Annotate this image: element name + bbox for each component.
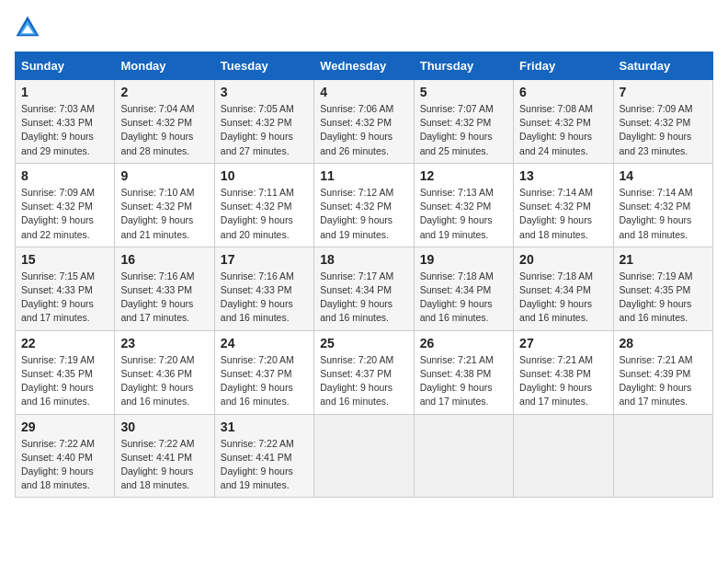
header-row: SundayMondayTuesdayWednesdayThursdayFrid… [16, 52, 713, 80]
day-info: Sunrise: 7:16 AM Sunset: 4:33 PM Dayligh… [221, 270, 308, 326]
calendar-cell: 3Sunrise: 7:05 AM Sunset: 4:32 PM Daylig… [214, 80, 313, 164]
day-number: 29 [21, 419, 108, 434]
calendar-cell: 10Sunrise: 7:11 AM Sunset: 4:32 PM Dayli… [214, 163, 313, 247]
day-number: 5 [420, 85, 507, 99]
day-number: 26 [420, 336, 507, 350]
day-number: 17 [221, 252, 308, 267]
day-info: Sunrise: 7:13 AM Sunset: 4:32 PM Dayligh… [420, 186, 507, 242]
calendar-cell: 16Sunrise: 7:16 AM Sunset: 4:33 PM Dayli… [115, 247, 214, 330]
day-number: 31 [221, 419, 308, 434]
week-row: 22Sunrise: 7:19 AM Sunset: 4:35 PM Dayli… [16, 330, 713, 414]
day-info: Sunrise: 7:14 AM Sunset: 4:32 PM Dayligh… [519, 186, 607, 242]
calendar-cell: 9Sunrise: 7:10 AM Sunset: 4:32 PM Daylig… [115, 163, 214, 247]
day-info: Sunrise: 7:06 AM Sunset: 4:32 PM Dayligh… [320, 102, 407, 158]
day-number: 4 [320, 85, 407, 99]
day-info: Sunrise: 7:04 AM Sunset: 4:32 PM Dayligh… [120, 102, 208, 158]
logo [15, 15, 44, 40]
calendar-cell: 22Sunrise: 7:19 AM Sunset: 4:35 PM Dayli… [16, 330, 115, 414]
day-number: 15 [21, 252, 108, 267]
day-number: 1 [21, 85, 108, 99]
week-row: 15Sunrise: 7:15 AM Sunset: 4:33 PM Dayli… [16, 247, 713, 330]
day-info: Sunrise: 7:20 AM Sunset: 4:37 PM Dayligh… [221, 353, 308, 409]
calendar-cell: 21Sunrise: 7:19 AM Sunset: 4:35 PM Dayli… [613, 247, 712, 330]
calendar-cell: 1Sunrise: 7:03 AM Sunset: 4:33 PM Daylig… [16, 80, 115, 164]
day-number: 9 [120, 168, 208, 183]
col-header-saturday: Saturday [613, 52, 712, 80]
day-info: Sunrise: 7:19 AM Sunset: 4:35 PM Dayligh… [21, 353, 108, 409]
logo-icon [15, 15, 40, 40]
calendar-cell: 18Sunrise: 7:17 AM Sunset: 4:34 PM Dayli… [314, 247, 414, 330]
day-info: Sunrise: 7:21 AM Sunset: 4:38 PM Dayligh… [519, 353, 607, 409]
day-info: Sunrise: 7:14 AM Sunset: 4:32 PM Dayligh… [620, 186, 707, 242]
calendar-cell: 13Sunrise: 7:14 AM Sunset: 4:32 PM Dayli… [514, 163, 613, 247]
calendar-cell: 15Sunrise: 7:15 AM Sunset: 4:33 PM Dayli… [16, 247, 115, 330]
day-info: Sunrise: 7:12 AM Sunset: 4:32 PM Dayligh… [320, 186, 407, 242]
day-number: 10 [221, 168, 308, 183]
day-info: Sunrise: 7:10 AM Sunset: 4:32 PM Dayligh… [120, 186, 208, 242]
day-info: Sunrise: 7:09 AM Sunset: 4:32 PM Dayligh… [21, 186, 108, 242]
col-header-monday: Monday [115, 52, 214, 80]
week-row: 8Sunrise: 7:09 AM Sunset: 4:32 PM Daylig… [16, 163, 713, 247]
calendar-cell: 26Sunrise: 7:21 AM Sunset: 4:38 PM Dayli… [414, 330, 513, 414]
col-header-friday: Friday [514, 52, 613, 80]
day-number: 25 [320, 336, 407, 350]
day-number: 2 [120, 85, 208, 99]
calendar-cell: 30Sunrise: 7:22 AM Sunset: 4:41 PM Dayli… [115, 414, 214, 498]
day-info: Sunrise: 7:07 AM Sunset: 4:32 PM Dayligh… [420, 102, 507, 158]
day-info: Sunrise: 7:22 AM Sunset: 4:40 PM Dayligh… [21, 437, 108, 493]
day-info: Sunrise: 7:21 AM Sunset: 4:39 PM Dayligh… [620, 353, 707, 409]
day-info: Sunrise: 7:22 AM Sunset: 4:41 PM Dayligh… [221, 437, 308, 493]
calendar-cell: 14Sunrise: 7:14 AM Sunset: 4:32 PM Dayli… [613, 163, 712, 247]
header [15, 15, 713, 40]
day-number: 30 [120, 419, 208, 434]
day-number: 24 [221, 336, 308, 350]
day-info: Sunrise: 7:03 AM Sunset: 4:33 PM Dayligh… [21, 102, 108, 158]
day-info: Sunrise: 7:19 AM Sunset: 4:35 PM Dayligh… [620, 270, 707, 326]
day-number: 16 [120, 252, 208, 267]
day-number: 14 [620, 168, 707, 183]
day-number: 12 [420, 168, 507, 183]
day-number: 27 [519, 336, 607, 350]
calendar-cell: 17Sunrise: 7:16 AM Sunset: 4:33 PM Dayli… [214, 247, 313, 330]
day-info: Sunrise: 7:08 AM Sunset: 4:32 PM Dayligh… [519, 102, 607, 158]
day-info: Sunrise: 7:22 AM Sunset: 4:41 PM Dayligh… [120, 437, 208, 493]
calendar-cell: 23Sunrise: 7:20 AM Sunset: 4:36 PM Dayli… [115, 330, 214, 414]
calendar-cell: 31Sunrise: 7:22 AM Sunset: 4:41 PM Dayli… [214, 414, 313, 498]
day-number: 19 [420, 252, 507, 267]
week-row: 29Sunrise: 7:22 AM Sunset: 4:40 PM Dayli… [16, 414, 713, 498]
calendar-cell: 5Sunrise: 7:07 AM Sunset: 4:32 PM Daylig… [414, 80, 513, 164]
calendar-cell: 27Sunrise: 7:21 AM Sunset: 4:38 PM Dayli… [514, 330, 613, 414]
col-header-sunday: Sunday [16, 52, 115, 80]
day-info: Sunrise: 7:15 AM Sunset: 4:33 PM Dayligh… [21, 270, 108, 326]
calendar-cell: 12Sunrise: 7:13 AM Sunset: 4:32 PM Dayli… [414, 163, 513, 247]
calendar-cell: 11Sunrise: 7:12 AM Sunset: 4:32 PM Dayli… [314, 163, 414, 247]
day-number: 7 [620, 85, 707, 99]
day-number: 28 [620, 336, 707, 350]
week-row: 1Sunrise: 7:03 AM Sunset: 4:33 PM Daylig… [16, 80, 713, 164]
day-number: 3 [221, 85, 308, 99]
calendar-cell: 2Sunrise: 7:04 AM Sunset: 4:32 PM Daylig… [115, 80, 214, 164]
day-number: 6 [519, 85, 607, 99]
calendar-cell: 8Sunrise: 7:09 AM Sunset: 4:32 PM Daylig… [16, 163, 115, 247]
day-number: 21 [620, 252, 707, 267]
calendar-cell: 6Sunrise: 7:08 AM Sunset: 4:32 PM Daylig… [514, 80, 613, 164]
day-number: 20 [519, 252, 607, 267]
day-number: 8 [21, 168, 108, 183]
calendar-cell [514, 414, 613, 498]
day-info: Sunrise: 7:11 AM Sunset: 4:32 PM Dayligh… [221, 186, 308, 242]
calendar-table: SundayMondayTuesdayWednesdayThursdayFrid… [15, 52, 713, 498]
calendar-cell: 25Sunrise: 7:20 AM Sunset: 4:37 PM Dayli… [314, 330, 414, 414]
day-info: Sunrise: 7:18 AM Sunset: 4:34 PM Dayligh… [519, 270, 607, 326]
calendar-cell: 29Sunrise: 7:22 AM Sunset: 4:40 PM Dayli… [16, 414, 115, 498]
col-header-wednesday: Wednesday [314, 52, 414, 80]
calendar-cell: 28Sunrise: 7:21 AM Sunset: 4:39 PM Dayli… [613, 330, 712, 414]
calendar-cell: 19Sunrise: 7:18 AM Sunset: 4:34 PM Dayli… [414, 247, 513, 330]
day-info: Sunrise: 7:18 AM Sunset: 4:34 PM Dayligh… [420, 270, 507, 326]
day-number: 22 [21, 336, 108, 350]
day-info: Sunrise: 7:09 AM Sunset: 4:32 PM Dayligh… [620, 102, 707, 158]
calendar-cell: 20Sunrise: 7:18 AM Sunset: 4:34 PM Dayli… [514, 247, 613, 330]
calendar-cell [414, 414, 513, 498]
col-header-tuesday: Tuesday [214, 52, 313, 80]
day-number: 18 [320, 252, 407, 267]
day-info: Sunrise: 7:16 AM Sunset: 4:33 PM Dayligh… [120, 270, 208, 326]
